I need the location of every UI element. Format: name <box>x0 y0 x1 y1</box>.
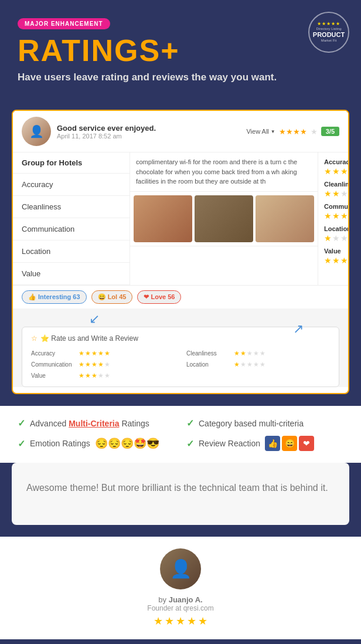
reaction-icons: 👍 😄 ❤ <box>265 436 314 451</box>
criteria-communication[interactable]: Communication <box>13 218 130 240</box>
page-subtitle: Have users leave rating and reviews the … <box>18 72 343 83</box>
communication-stars: ★ ★ ★ ★ ★ <box>324 211 349 221</box>
love-button[interactable]: ❤ Love 56 <box>137 290 181 304</box>
feature-reaction: ✓ Review Reaction 👍 😄 ❤ <box>186 436 343 451</box>
thumbs-up-icon: 👍 <box>265 436 280 451</box>
screenshot-area: 👤 Good service ever enjoyed. April 11, 2… <box>12 110 349 394</box>
page-indicator: 3/5 <box>321 127 339 136</box>
photo-thumb-1[interactable] <box>134 195 192 242</box>
accuracy-stars: ★ ★ ★ ★ ★ <box>324 167 349 176</box>
view-all-button[interactable]: View All ▼ <box>246 128 275 135</box>
rating-communication: Communication ★ ★ ★ ★ ★ <box>324 203 349 221</box>
badge-prod: PRODUCT <box>313 31 345 39</box>
rating-cleanliness: Cleanliness ★ ★ ★ ★ ★ <box>324 181 349 198</box>
wr-communication: Communication ★★★★★ <box>31 361 175 368</box>
write-review-grid: Accuracy ★★★★★ Communication ★★★★★ Value <box>31 350 330 379</box>
features-grid: ✓ Advanced Multi-Criteria Ratings ✓ Cate… <box>18 418 343 451</box>
category-label: Category based multi-criteria <box>199 419 304 428</box>
feature-emotion: ✓ Emotion Ratings 😔😔😔🤩😎 <box>18 436 175 451</box>
left-criteria-panel: Group for Hotels Accuracy Cleanliness Co… <box>13 152 130 285</box>
main-content: complimentary wi-fi for the room and the… <box>130 152 318 285</box>
product-badge: ★★★★★ Directory Listing PRODUCT Market F… <box>308 12 349 53</box>
avatar: 👤 <box>22 117 51 146</box>
write-review-right: Cleanliness ★★★★★ Location ★★★★★ <box>186 350 330 379</box>
multi-criteria-link[interactable]: Multi-Criteria <box>69 419 119 428</box>
wr-cleanliness: Cleanliness ★★★★★ <box>186 350 330 357</box>
check-icon-1: ✓ <box>18 418 25 429</box>
testimonial-text: Awesome theme! But more brilliant is the… <box>26 480 335 496</box>
feature-multicriteria: ✓ Advanced Multi-Criteria Ratings <box>18 418 175 429</box>
badge-dir: Directory Listing <box>316 27 341 31</box>
write-review-left: Accuracy ★★★★★ Communication ★★★★★ Value <box>31 350 175 379</box>
criteria-value[interactable]: Value <box>13 263 130 285</box>
check-icon-4: ✓ <box>186 438 194 449</box>
interesting-button[interactable]: 👍 Interesting 63 <box>22 290 87 304</box>
panel-title: Group for Hotels <box>13 152 130 174</box>
criteria-location[interactable]: Location <box>13 240 130 263</box>
by-label: by Juanjo A. <box>147 595 213 604</box>
write-review-card: ↗ ☆ ⭐ Rate us and Write a Review Accurac… <box>22 327 339 387</box>
check-icon-2: ✓ <box>186 418 194 429</box>
ratings-panel: Accuracy ★ ★ ★ ★ ★ Cleanliness ★ ★ <box>318 152 349 285</box>
review-header-row: 👤 Good service ever enjoyed. April 11, 2… <box>13 111 348 152</box>
photos-row <box>130 192 318 246</box>
write-review-label: ⭐ Rate us and Write a Review <box>40 334 138 343</box>
author-avatar: 👤 <box>160 548 201 589</box>
author-role: Founder at qresi.com <box>147 604 213 612</box>
testimonial-section: Awesome theme! But more brilliant is the… <box>12 463 349 525</box>
author-section: 👤 by Juanjo A. Founder at qresi.com ★ ★ … <box>0 537 361 639</box>
author-info: by Juanjo A. Founder at qresi.com ★ ★ ★ … <box>147 595 213 628</box>
badge-market: Market Fit <box>321 39 337 43</box>
laugh-icon: 😄 <box>282 436 297 451</box>
badge-stars: ★★★★★ <box>317 21 340 27</box>
review-title: Good service ever enjoyed. <box>57 124 240 133</box>
review-date: April 11, 2017 8:52 am <box>57 133 240 140</box>
page-title: RATINGS+ <box>18 35 343 66</box>
rating-value: Value ★ ★ ★ ★ ★ <box>324 248 349 265</box>
location-stars: ★ ★ ★ ★ ★ <box>324 233 349 243</box>
lol-button[interactable]: 😄 Lol 45 <box>91 290 133 304</box>
rating-accuracy: Accuracy ★ ★ ★ ★ ★ <box>324 158 349 176</box>
major-badge: MAJOR ENHANCEMENT <box>18 18 110 29</box>
author-name: Juanjo A. <box>169 595 203 604</box>
emotion-emojis: 😔😔😔🤩😎 <box>95 437 159 450</box>
wr-location: Location ★★★★★ <box>186 361 330 368</box>
cleanliness-stars: ★ ★ ★ ★ ★ <box>324 189 349 198</box>
heart-icon: ❤ <box>299 436 314 451</box>
criteria-accuracy[interactable]: Accuracy <box>13 174 130 196</box>
check-icon-3: ✓ <box>18 438 25 449</box>
author-stars: ★ ★ ★ ★ ★ <box>147 615 213 628</box>
write-review-header: ☆ ⭐ Rate us and Write a Review <box>31 334 330 343</box>
review-text: complimentary wi-fi for the room and the… <box>130 152 318 192</box>
features-section: ✓ Advanced Multi-Criteria Ratings ✓ Cate… <box>0 406 361 463</box>
criteria-cleanliness[interactable]: Cleanliness <box>13 196 130 218</box>
review-right: View All ▼ ★★★★★ 3/5 <box>246 127 339 136</box>
reaction-row: 👍 Interesting 63 😄 Lol 45 ❤ Love 56 <box>13 285 348 309</box>
photo-thumb-2[interactable] <box>195 195 253 242</box>
feature-category: ✓ Category based multi-criteria <box>186 418 343 429</box>
reaction-label: Review Reaction <box>199 439 260 448</box>
header-section: MAJOR ENHANCEMENT ★★★★★ Directory Listin… <box>0 0 361 110</box>
content-area: Group for Hotels Accuracy Cleanliness Co… <box>13 152 348 285</box>
photo-thumb-3[interactable] <box>256 195 314 242</box>
arrow-right: ↗ <box>293 321 304 337</box>
wr-accuracy: Accuracy ★★★★★ <box>31 350 175 357</box>
value-stars: ★ ★ ★ ★ ★ <box>324 256 349 265</box>
rating-location: Location ★ ★ ★ ★ ★ <box>324 225 349 243</box>
review-meta: Good service ever enjoyed. April 11, 201… <box>57 124 240 140</box>
wr-value: Value ★★★★★ <box>31 372 175 379</box>
